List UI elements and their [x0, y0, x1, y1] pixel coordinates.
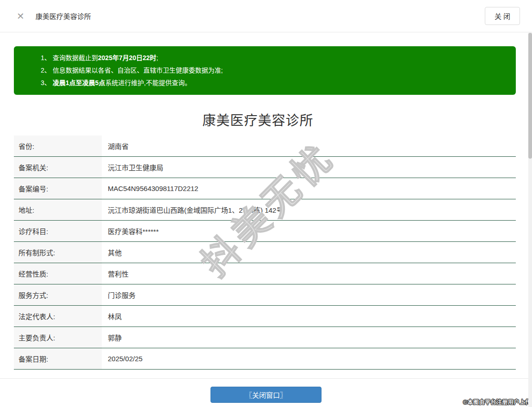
scrollbar-track[interactable] — [528, 33, 532, 407]
row-label: 诊疗科目: — [14, 221, 102, 241]
row-value: 2025/02/25 — [102, 348, 516, 369]
table-row: 备案编号: MAC54N95643098117D2212 — [14, 178, 516, 199]
row-label: 主要负责人: — [14, 327, 102, 348]
row-value: 林凤 — [102, 306, 516, 327]
notice-item: 3、凌晨1点至凌晨5点系统进行维护,不能提供查询。 — [41, 77, 507, 89]
notice-item-number: 1、 — [41, 54, 51, 62]
row-label: 备案机关: — [14, 157, 102, 178]
table-row: 服务方式: 门诊服务 — [14, 284, 516, 306]
row-value: MAC54N95643098117D2212 — [102, 178, 516, 199]
row-label: 备案编号: — [14, 178, 102, 199]
row-label: 地址: — [14, 199, 102, 220]
table-row: 所有制形式: 其他 — [14, 242, 516, 263]
row-label: 服务方式: — [14, 284, 102, 305]
upload-credit-text: ©本图由平台注册用户上传 — [463, 398, 531, 406]
row-value: 门诊服务 — [102, 284, 516, 305]
row-label: 所有制形式: — [14, 242, 102, 263]
row-value: 医疗美容科****** — [102, 221, 516, 241]
table-row: 主要负责人: 郭静 — [14, 327, 516, 348]
notice-banner: 1、查询数据截止到2025年7月20日22时; 2、信息数据结果以各省、自治区、… — [14, 46, 516, 95]
footer-bar: 〖关闭窗口〗 ©本图由平台注册用户上传 — [0, 378, 532, 407]
close-button[interactable]: 关 闭 — [485, 7, 520, 25]
window-titlebar: ✕ 康美医疗美容诊所 关 闭 — [0, 0, 532, 32]
table-row: 省份: 湖南省 — [14, 136, 516, 157]
row-label: 法定代表人: — [14, 306, 102, 327]
row-value: 沅江市卫生健康局 — [102, 157, 516, 178]
detail-table: 省份: 湖南省 备案机关: 沅江市卫生健康局 备案编号: MAC54N95643… — [14, 136, 516, 370]
table-row: 诊疗科目: 医疗美容科****** — [14, 221, 516, 242]
notice-item: 2、信息数据结果以各省、自治区、直辖市卫生健康委数据为准; — [41, 64, 507, 77]
clinic-name-title: 康美医疗美容诊所 — [0, 110, 516, 129]
row-value: 其他 — [102, 242, 516, 263]
notice-item: 1、查询数据截止到2025年7月20日22时; — [41, 52, 507, 64]
close-window-button[interactable]: 〖关闭窗口〗 — [210, 387, 322, 403]
table-row: 经营性质: 营利性 — [14, 263, 516, 284]
row-label: 经营性质: — [14, 263, 102, 284]
notice-list: 1、查询数据截止到2025年7月20日22时; 2、信息数据结果以各省、自治区、… — [41, 52, 507, 89]
row-label: 省份: — [14, 136, 102, 156]
row-value: 营利性 — [102, 263, 516, 284]
notice-item-number: 3、 — [41, 79, 51, 86]
row-value: 湖南省 — [102, 136, 516, 156]
close-x-icon[interactable]: ✕ — [17, 12, 25, 21]
table-row: 备案机关: 沅江市卫生健康局 — [14, 157, 516, 178]
row-label: 备案日期: — [14, 348, 102, 369]
row-value: 郭静 — [102, 327, 516, 348]
table-row: 地址: 沅江市琼湖街道巴山西路(金域国际广场1、2、3栋) 142号 — [14, 199, 516, 221]
scrollbar-thumb[interactable] — [528, 33, 532, 159]
row-value: 沅江市琼湖街道巴山西路(金域国际广场1、2、3栋) 142号 — [102, 199, 516, 220]
window-title: 康美医疗美容诊所 — [36, 11, 91, 21]
table-row: 法定代表人: 林凤 — [14, 306, 516, 327]
table-row: 备案日期: 2025/02/25 — [14, 348, 516, 370]
notice-item-number: 2、 — [41, 67, 51, 74]
